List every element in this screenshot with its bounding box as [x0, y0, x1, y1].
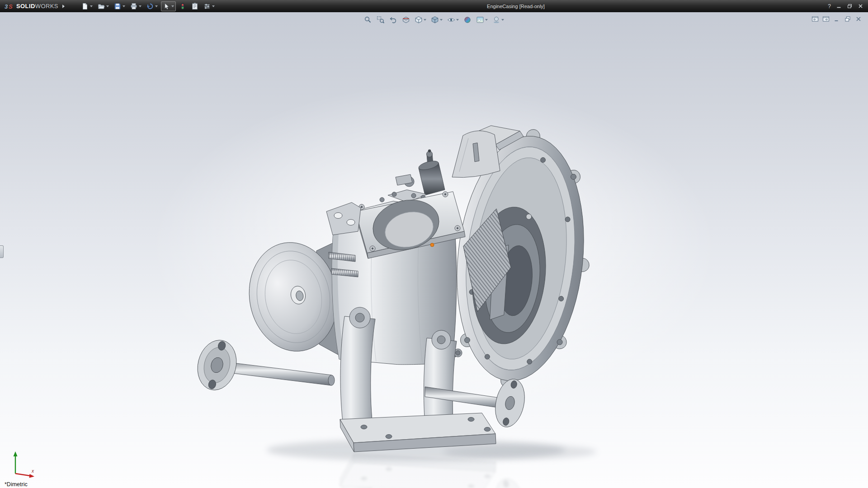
open-button[interactable]	[96, 1, 111, 11]
headsup-view-toolbar	[363, 15, 505, 24]
open-icon	[98, 3, 105, 10]
print-icon	[130, 3, 137, 10]
previous-view-button[interactable]	[389, 15, 398, 24]
select-button[interactable]	[161, 1, 176, 11]
view-orientation-button[interactable]	[414, 15, 427, 24]
save-icon	[114, 3, 121, 10]
window-restore-icon[interactable]	[844, 15, 851, 23]
dropdown-arrow-icon[interactable]	[424, 19, 426, 21]
apply-scene-button[interactable]	[476, 15, 488, 24]
edit-appearance-icon	[463, 16, 472, 24]
svg-text:S: S	[9, 3, 13, 10]
display-style-icon	[431, 16, 439, 24]
titlebar: 3 S SOLIDWORKS	[0, 0, 868, 12]
svg-text:3: 3	[5, 3, 8, 10]
view-settings-button[interactable]	[492, 15, 505, 24]
zoom-to-fit-icon	[364, 16, 372, 24]
previous-view-icon	[389, 16, 397, 24]
titlebar-controls: ?	[828, 0, 863, 12]
dropdown-arrow-icon[interactable]	[485, 19, 488, 21]
rebuild-button[interactable]	[177, 1, 188, 11]
dropdown-arrow-icon[interactable]	[123, 5, 125, 7]
options-icon	[203, 3, 211, 10]
brand-text: SOLIDWORKS	[16, 3, 58, 9]
window-next-icon[interactable]	[822, 15, 830, 23]
window-title: EngineCasing [Read-only]	[487, 4, 545, 9]
menu-flyout-arrow-icon[interactable]	[62, 5, 65, 8]
file-properties-button[interactable]	[189, 1, 200, 11]
section-view-icon	[402, 16, 410, 24]
rebuild-traffic-light-icon	[179, 3, 186, 10]
zoom-to-area-icon	[377, 16, 385, 24]
dropdown-arrow-icon[interactable]	[90, 5, 93, 7]
reference-triad: x	[9, 449, 39, 479]
dropdown-arrow-icon[interactable]	[440, 19, 443, 21]
view-orientation-label: *Dimetric	[5, 481, 28, 488]
dropdown-arrow-icon[interactable]	[171, 5, 174, 7]
new-document-button[interactable]	[80, 1, 94, 11]
dropdown-arrow-icon[interactable]	[501, 19, 504, 21]
graphics-area[interactable]: x *Dimetric	[0, 12, 868, 488]
hide-show-items-icon	[447, 16, 455, 24]
undo-button[interactable]	[145, 1, 160, 11]
dropdown-arrow-icon[interactable]	[212, 5, 215, 7]
zoom-to-area-button[interactable]	[376, 15, 385, 24]
dropdown-arrow-icon[interactable]	[456, 19, 459, 21]
restore-icon[interactable]	[847, 3, 853, 9]
edit-appearance-button[interactable]	[463, 15, 472, 24]
dropdown-arrow-icon[interactable]	[139, 5, 142, 7]
section-view-button[interactable]	[401, 15, 410, 24]
solidworks-logo: 3 S SOLIDWORKS	[0, 0, 69, 12]
dropdown-arrow-icon[interactable]	[155, 5, 158, 7]
view-orientation-icon	[415, 16, 423, 24]
y-axis-arrow-icon	[14, 451, 18, 456]
featuremanager-collapsed-tab[interactable]	[0, 245, 4, 258]
options-button[interactable]	[202, 1, 217, 11]
select-cursor-icon	[163, 3, 170, 10]
hide-show-items-button[interactable]	[447, 15, 459, 24]
save-button[interactable]	[112, 1, 127, 11]
close-icon[interactable]	[858, 3, 863, 9]
dassault-3ds-logo-icon: 3 S	[4, 2, 14, 10]
window-close-icon[interactable]	[855, 15, 862, 23]
engine-casing-assembly-3d-model[interactable]	[0, 12, 868, 488]
window-minimize-icon[interactable]	[833, 15, 840, 23]
help-button[interactable]: ?	[828, 3, 831, 9]
new-document-icon	[81, 3, 89, 10]
main-toolbar	[80, 1, 217, 11]
print-button[interactable]	[128, 1, 143, 11]
minimize-icon[interactable]	[836, 3, 842, 9]
x-axis-arrow-icon	[29, 474, 35, 478]
window-previous-icon[interactable]	[811, 15, 819, 23]
file-properties-icon	[191, 3, 198, 10]
triad-x-label: x	[31, 469, 34, 474]
undo-icon	[146, 3, 154, 10]
zoom-to-fit-button[interactable]	[363, 15, 373, 24]
apply-scene-icon	[476, 16, 484, 24]
display-style-button[interactable]	[430, 15, 443, 24]
dropdown-arrow-icon[interactable]	[106, 5, 109, 7]
document-window-controls	[811, 15, 862, 23]
view-settings-icon	[492, 16, 500, 24]
